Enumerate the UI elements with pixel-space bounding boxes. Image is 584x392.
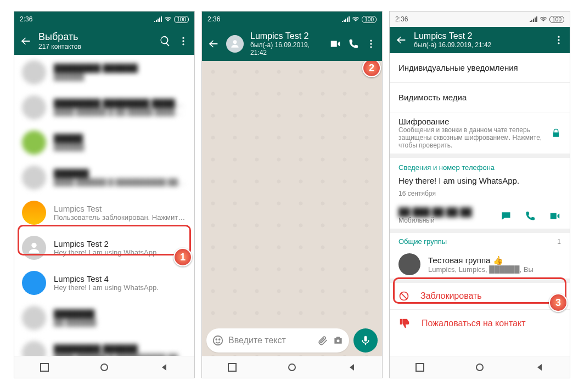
row-phone[interactable]: ██ ███ ██ ██ ██ Мобильный [390,203,570,229]
mic-button[interactable] [353,328,378,353]
last-seen: был(-а) 16.09.2019, 21:42 [250,41,323,56]
lock-icon [551,128,561,138]
svg-point-19 [289,364,295,371]
row-encryption[interactable]: Шифрование Сообщения и звонки в данном ч… [390,112,570,154]
wifi-icon [352,16,360,22]
list-item-lumpics-test-4[interactable]: Lumpics Test 4Hey there! I am using What… [14,265,194,300]
list-item[interactable]: ███████████ [14,125,194,160]
svg-point-21 [558,39,559,41]
statusbar-time: 2:36 [207,15,220,23]
svg-point-25 [476,364,483,371]
phone-1: 2:36 100 Выбрать 217 контактов ████████ … [14,11,195,378]
list-item[interactable]: ████████ ████████████ [14,55,194,90]
list-item[interactable]: █████████ ██████ [14,300,194,336]
group-item[interactable]: Тестовая группа 👍 Lumpics, Lumpics, ████… [390,250,570,279]
search-icon[interactable] [159,35,171,47]
back-icon[interactable] [207,38,220,50]
video-call-icon[interactable] [329,38,341,50]
input-placeholder: Введите текст [228,336,313,345]
battery-badge: 100 [174,16,189,23]
row-notifications[interactable]: Индивидуальные уведомления [390,53,570,82]
camera-icon[interactable] [333,335,344,346]
wifi-icon [164,16,172,22]
battery-badge: 100 [362,16,377,23]
phone-3: 2:36 100 Lumpics Test 2 был(-а) 16.09.20… [389,11,570,378]
battery-badge: 100 [549,16,564,23]
avatar [22,236,46,260]
navbar [14,356,194,378]
message-icon[interactable] [501,211,512,221]
nav-back-icon[interactable] [535,363,544,372]
phone-2: 2:36 100 Lumpics Test 2 был(-а) 16.09.20… [201,11,383,378]
badge-1: 1 [173,248,192,266]
last-seen: был(-а) 16.09.2019, 21:42 [414,41,547,49]
badge-2: 2 [362,61,381,77]
nav-back-icon[interactable] [160,363,169,372]
svg-point-16 [219,339,220,340]
group-avatar [398,253,420,275]
report-button[interactable]: Пожаловаться на контакт [390,310,570,337]
contact-status: Hey there! I am using WhatsApp. [398,172,561,190]
svg-point-3 [31,243,36,248]
page-subtitle: 217 контактов [38,43,153,50]
back-icon[interactable] [20,35,32,47]
svg-point-14 [214,336,223,345]
header: Выбрать 217 контактов [14,27,194,55]
nav-home-icon[interactable] [100,363,109,372]
message-input[interactable]: Введите текст [206,328,349,353]
section-groups-title: Общие группы [398,237,447,246]
svg-rect-24 [416,363,424,371]
statusbar: 2:36 100 [390,12,570,27]
back-icon[interactable] [395,34,407,46]
nav-home-icon[interactable] [475,363,484,372]
list-item[interactable]: ██████████ ██████ █ ██████████ ████████ [14,160,194,195]
page-title: Выбрать [38,31,153,43]
phone-number: ██ ███ ██ ██ ██ [398,207,472,217]
list-item[interactable]: ████████ ████████ ███████████ ██████ █ █… [14,90,194,125]
row-media-visibility[interactable]: Видимость медиа [390,83,570,112]
section-phone-title: Сведения и номер телефона [398,163,561,172]
svg-point-20 [558,36,559,38]
call-icon[interactable] [525,211,536,221]
statusbar-time: 2:36 [395,15,408,23]
signal-icon [530,16,537,22]
more-icon[interactable] [366,38,377,49]
more-icon[interactable] [178,36,189,47]
chat-area: 2 Введите текст [202,61,382,378]
svg-point-13 [370,46,372,48]
nav-home-icon[interactable] [288,363,296,372]
list-item-lumpics-test-2[interactable]: Lumpics Test 2Hey there! I am using What… [14,230,194,265]
avatar[interactable] [226,35,244,53]
statusbar: 2:36 100 [14,12,194,27]
svg-point-0 [182,37,184,38]
block-button[interactable]: Заблокировать [390,283,570,309]
header: Lumpics Test 2 был(-а) 16.09.2019, 21:42 [202,27,382,61]
wifi-icon [540,16,547,22]
list-item-lumpics-test[interactable]: Lumpics TestПользователь заблокирован. Н… [14,195,194,230]
svg-rect-8 [41,363,48,371]
svg-point-11 [370,40,372,42]
more-icon[interactable] [553,35,564,46]
video-icon[interactable] [549,210,561,222]
statusbar: 2:36 100 [202,12,382,27]
nav-recent-icon[interactable] [40,363,49,372]
svg-point-22 [558,42,559,44]
nav-recent-icon[interactable] [415,363,424,372]
navbar [390,356,570,378]
voice-call-icon[interactable] [348,38,359,49]
nav-recent-icon[interactable] [228,363,237,372]
thumbs-down-icon [398,317,411,329]
svg-point-10 [233,40,237,44]
svg-point-15 [216,339,217,340]
emoji-icon[interactable] [212,334,224,346]
groups-count: 1 [557,238,561,246]
statusbar-time: 2:36 [20,15,32,23]
svg-point-12 [370,43,372,44]
nav-back-icon[interactable] [347,363,356,372]
signal-icon [154,16,162,22]
header: Lumpics Test 2 был(-а) 16.09.2019, 21:42 [390,27,570,53]
svg-point-2 [182,43,184,45]
attach-icon[interactable] [317,335,328,346]
contact-list[interactable]: ████████ ████████████ ████████ ████████ … [14,55,194,378]
chat-name: Lumpics Test 2 [250,31,323,41]
